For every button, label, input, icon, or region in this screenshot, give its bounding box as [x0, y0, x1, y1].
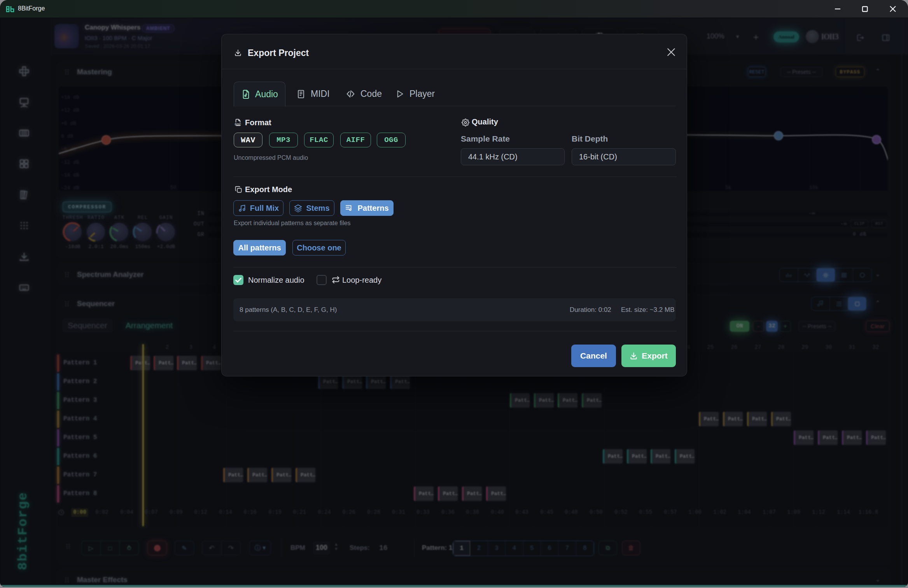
svg-text:DOC: DOC: [235, 123, 241, 126]
